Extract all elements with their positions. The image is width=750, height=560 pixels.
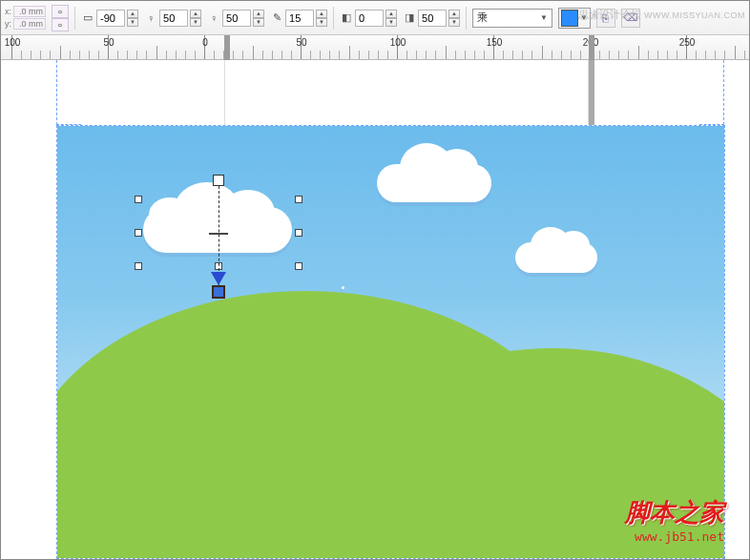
page-background xyxy=(224,60,589,125)
blend-mode-dropdown[interactable]: 乘 ▼ xyxy=(472,9,552,28)
transparency-mid-slider[interactable] xyxy=(209,233,228,235)
site-url: www.jb51.net xyxy=(625,529,724,544)
step-a-field[interactable]: ◧ ▲▼ xyxy=(340,10,397,27)
transparency-axis[interactable] xyxy=(219,186,219,285)
transparency-arrow-icon xyxy=(211,272,226,285)
x-value: .0 mm xyxy=(13,6,46,17)
guide-right xyxy=(699,60,724,125)
handle-top-left[interactable] xyxy=(135,196,142,203)
step-a-icon: ◧ xyxy=(340,11,353,25)
site-name: 脚本之家 xyxy=(625,496,724,529)
feather-spinner[interactable]: ▲▼ xyxy=(316,10,327,27)
x-label: x: xyxy=(5,7,11,16)
separator xyxy=(333,7,334,30)
step-b-icon: ◨ xyxy=(403,11,416,25)
transparency-start-node[interactable] xyxy=(213,175,224,186)
cloud-3[interactable] xyxy=(515,242,597,273)
handle-top-right[interactable] xyxy=(295,196,302,203)
guide-left xyxy=(56,60,81,125)
forum-name: 思缘设计论坛 xyxy=(578,9,641,20)
wineglass-icon: ♀ xyxy=(144,11,157,25)
y-label: y: xyxy=(5,19,11,29)
nudge-down-icon[interactable]: ▫ xyxy=(52,18,69,31)
forum-url: WWW.MISSYUAN.COM xyxy=(644,10,745,20)
rotation-field[interactable]: ▭ ▲▼ xyxy=(81,10,138,27)
handle-bottom-left[interactable] xyxy=(135,262,142,270)
color-swatch xyxy=(561,10,578,27)
feather-field[interactable]: ✎ ▲▼ xyxy=(270,10,327,27)
opacity-field[interactable]: ♀ ▲▼ xyxy=(144,10,201,27)
step-b-field[interactable]: ◨ ▲▼ xyxy=(403,10,460,27)
opacity-input[interactable] xyxy=(159,10,188,27)
canvas[interactable]: 脚本之家 www.jb51.net xyxy=(1,60,749,559)
speck xyxy=(342,286,344,289)
step-a-input[interactable] xyxy=(355,10,384,27)
bottom-watermark: 脚本之家 www.jb51.net xyxy=(625,496,724,544)
softness-input[interactable] xyxy=(222,10,251,27)
handle-mid-left[interactable] xyxy=(135,229,142,237)
nudge-buttons: ▫ ▫ xyxy=(52,5,69,31)
opacity-spinner[interactable]: ▲▼ xyxy=(190,10,201,27)
nudge-up-icon[interactable]: ▫ xyxy=(52,5,69,18)
transparency-end-node[interactable] xyxy=(212,285,225,299)
top-watermark: 思缘设计论坛 WWW.MISSYUAN.COM xyxy=(578,8,745,22)
chevron-down-icon: ▼ xyxy=(540,13,548,22)
handle-mid-right[interactable] xyxy=(295,229,302,237)
handle-bottom-right[interactable] xyxy=(295,262,302,270)
horizontal-ruler[interactable]: 10050050100150200250300 xyxy=(1,35,749,60)
page-end-marker xyxy=(589,35,594,60)
artwork-bounds xyxy=(56,125,725,559)
separator xyxy=(466,7,467,30)
page-start-marker xyxy=(224,35,230,60)
y-value: .0 mm xyxy=(13,18,46,30)
step-a-spinner[interactable]: ▲▼ xyxy=(385,10,397,27)
step-b-spinner[interactable]: ▲▼ xyxy=(448,10,460,27)
cloud-2[interactable] xyxy=(377,164,491,202)
feather-input[interactable] xyxy=(285,10,314,27)
page-shadow xyxy=(589,60,594,125)
rotation-spinner[interactable]: ▲▼ xyxy=(127,10,138,27)
separator xyxy=(74,7,75,30)
feather-icon: ✎ xyxy=(270,11,283,25)
coord-readout: x:.0 mm y:.0 mm xyxy=(5,6,46,30)
blend-mode-value: 乘 xyxy=(477,10,488,25)
rotation-input[interactable] xyxy=(96,10,125,27)
selection-box xyxy=(135,196,302,270)
rotation-icon: ▭ xyxy=(81,11,94,25)
step-b-input[interactable] xyxy=(418,10,447,27)
wineglass2-icon: ♀ xyxy=(207,11,220,25)
softness-field[interactable]: ♀ ▲▼ xyxy=(207,10,264,27)
softness-spinner[interactable]: ▲▼ xyxy=(253,10,264,27)
